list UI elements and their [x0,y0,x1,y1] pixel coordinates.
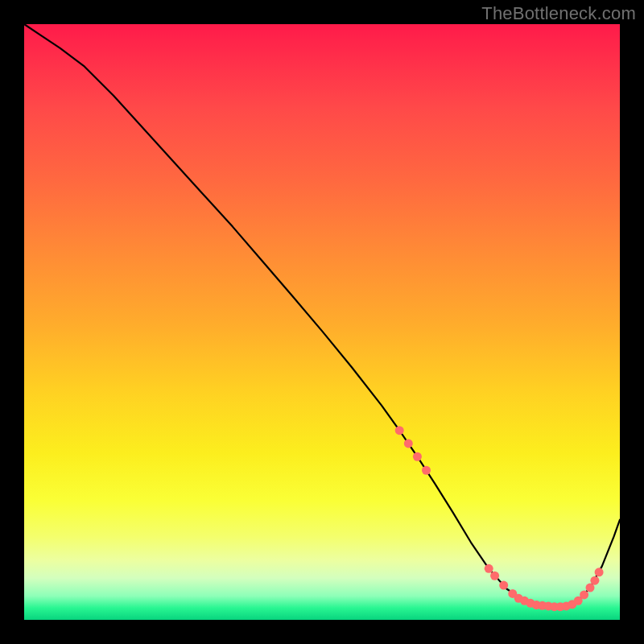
data-marker [485,564,493,573]
watermark-text: TheBottleneck.com [481,3,636,24]
data-marker [595,568,604,576]
data-marker [422,466,431,475]
data-marker [490,572,499,580]
curve-layer [24,24,620,620]
marker-group [395,426,604,611]
data-marker [580,590,588,599]
data-marker [404,439,413,448]
plot-area [24,24,620,620]
chart-root: TheBottleneck.com [0,0,644,644]
data-marker [395,426,404,435]
data-marker [590,576,599,585]
bottleneck-curve [24,24,620,607]
data-marker [499,581,508,590]
data-marker [413,452,422,461]
